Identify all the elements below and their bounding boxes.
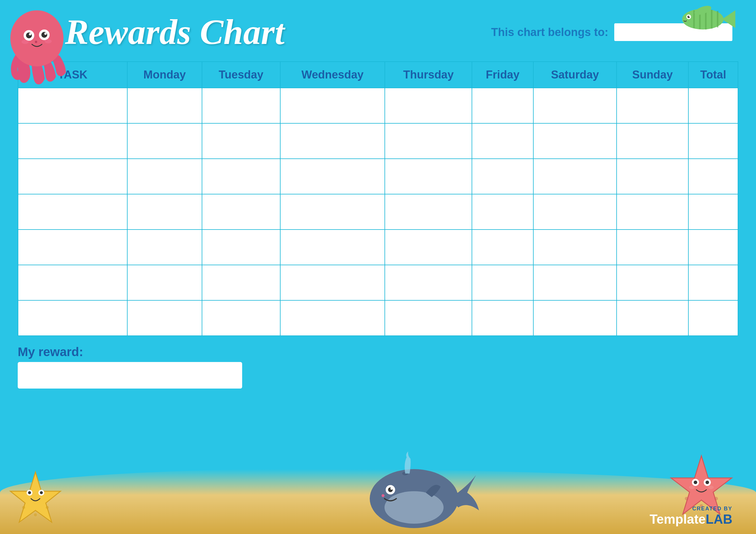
wednesday-cell[interactable]: [280, 159, 385, 194]
monday-cell[interactable]: [127, 265, 202, 300]
svg-point-25: [40, 491, 43, 494]
monday-cell[interactable]: [127, 230, 202, 265]
saturday-cell[interactable]: [533, 159, 617, 194]
wednesday-cell[interactable]: [280, 194, 385, 230]
wednesday-cell[interactable]: [280, 123, 385, 159]
svg-point-35: [382, 494, 385, 497]
tuesday-cell[interactable]: [202, 88, 280, 123]
svg-point-13: [26, 33, 32, 38]
sunday-cell[interactable]: [617, 230, 688, 265]
task-cell[interactable]: [18, 88, 127, 123]
total-cell[interactable]: [688, 265, 738, 300]
svg-point-9: [689, 16, 690, 17]
svg-point-14: [29, 33, 31, 36]
svg-point-28: [34, 513, 37, 516]
task-cell[interactable]: [18, 123, 127, 159]
reward-section: My reward:: [18, 345, 242, 389]
table-row: [18, 159, 738, 194]
saturday-cell[interactable]: [533, 194, 617, 230]
tuesday-cell[interactable]: [202, 123, 280, 159]
monday-cell[interactable]: [127, 159, 202, 194]
starfish-left-icon: [6, 469, 65, 528]
total-cell[interactable]: [688, 123, 738, 159]
svg-point-23: [28, 491, 31, 494]
saturday-cell[interactable]: [533, 300, 617, 336]
thursday-cell[interactable]: [385, 194, 472, 230]
friday-cell[interactable]: [472, 265, 533, 300]
sunday-cell[interactable]: [617, 300, 688, 336]
fish-icon: [676, 4, 741, 34]
tuesday-cell[interactable]: [202, 194, 280, 230]
friday-cell[interactable]: [472, 159, 533, 194]
thursday-cell[interactable]: [385, 159, 472, 194]
saturday-cell[interactable]: [533, 265, 617, 300]
svg-point-42: [708, 486, 714, 489]
friday-cell[interactable]: [472, 230, 533, 265]
saturday-cell[interactable]: [533, 230, 617, 265]
task-cell[interactable]: [18, 194, 127, 230]
sunday-cell[interactable]: [617, 265, 688, 300]
saturday-cell[interactable]: [533, 88, 617, 123]
reward-input[interactable]: [18, 362, 242, 389]
bottom-area: My reward:: [0, 342, 756, 389]
wednesday-cell[interactable]: [280, 265, 385, 300]
lab-text: LAB: [706, 512, 732, 526]
wednesday-cell[interactable]: [280, 230, 385, 265]
friday-cell[interactable]: [472, 88, 533, 123]
svg-point-20: [35, 41, 37, 43]
thursday-cell[interactable]: [385, 123, 472, 159]
table-row: [18, 265, 738, 300]
col-sunday: Sunday: [617, 62, 688, 88]
monday-cell[interactable]: [127, 194, 202, 230]
monday-cell[interactable]: [127, 88, 202, 123]
svg-point-30: [385, 491, 444, 524]
total-cell[interactable]: [688, 230, 738, 265]
sunday-cell[interactable]: [617, 194, 688, 230]
monday-cell[interactable]: [127, 123, 202, 159]
belongs-label: This chart belongs to:: [491, 26, 608, 38]
thursday-cell[interactable]: [385, 88, 472, 123]
tuesday-cell[interactable]: [202, 230, 280, 265]
tuesday-cell[interactable]: [202, 300, 280, 336]
task-cell[interactable]: [18, 230, 127, 265]
svg-point-19: [44, 39, 52, 43]
task-cell[interactable]: [18, 159, 127, 194]
col-wednesday: Wednesday: [280, 62, 385, 88]
task-cell[interactable]: [18, 265, 127, 300]
col-thursday: Thursday: [385, 62, 472, 88]
svg-point-40: [706, 481, 709, 484]
reward-label: My reward:: [18, 345, 242, 359]
table-row: [18, 194, 738, 230]
friday-cell[interactable]: [472, 123, 533, 159]
sunday-cell[interactable]: [617, 123, 688, 159]
task-cell[interactable]: [18, 300, 127, 336]
sunday-cell[interactable]: [617, 159, 688, 194]
thursday-cell[interactable]: [385, 265, 472, 300]
table-row: [18, 230, 738, 265]
total-cell[interactable]: [688, 88, 738, 123]
title-area: Rewards Chart This chart belongs to:: [0, 0, 756, 59]
svg-point-33: [391, 487, 393, 490]
template-lab-logo: CREATED BY TemplateLAB: [650, 506, 732, 527]
tuesday-cell[interactable]: [202, 159, 280, 194]
col-saturday: Saturday: [533, 62, 617, 88]
wednesday-cell[interactable]: [280, 300, 385, 336]
col-friday: Friday: [472, 62, 533, 88]
chart-title: Rewards Chart: [65, 12, 285, 53]
total-cell[interactable]: [688, 159, 738, 194]
total-cell[interactable]: [688, 300, 738, 336]
thursday-cell[interactable]: [385, 230, 472, 265]
thursday-cell[interactable]: [385, 300, 472, 336]
friday-cell[interactable]: [472, 300, 533, 336]
total-cell[interactable]: [688, 194, 738, 230]
monday-cell[interactable]: [127, 300, 202, 336]
svg-point-44: [715, 497, 718, 500]
sunday-cell[interactable]: [617, 88, 688, 123]
svg-point-11: [10, 10, 64, 66]
svg-point-18: [21, 40, 29, 44]
tuesday-cell[interactable]: [202, 265, 280, 300]
wednesday-cell[interactable]: [280, 88, 385, 123]
saturday-cell[interactable]: [533, 123, 617, 159]
col-tuesday: Tuesday: [202, 62, 280, 88]
friday-cell[interactable]: [472, 194, 533, 230]
